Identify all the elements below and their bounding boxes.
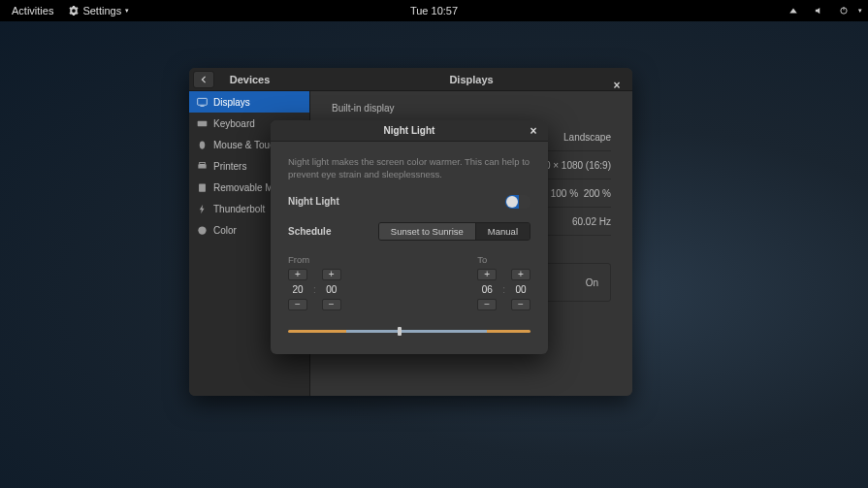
from-min-value: 00 bbox=[326, 282, 337, 297]
slider-handle[interactable] bbox=[398, 327, 402, 336]
sidebar-label: Keyboard bbox=[213, 118, 255, 129]
window-close-button[interactable]: × bbox=[607, 74, 627, 97]
dialog-header: Night Light × bbox=[271, 120, 548, 142]
from-hour-value: 20 bbox=[292, 282, 303, 297]
dialog-description: Night light makes the screen color warme… bbox=[288, 155, 530, 181]
row-value: 60.02 Hz bbox=[572, 216, 611, 227]
from-label: From bbox=[288, 254, 341, 265]
svg-point-5 bbox=[200, 141, 206, 148]
scale-100[interactable]: 100 % bbox=[551, 188, 578, 199]
schedule-segmented-control: Sunset to Sunrise Manual bbox=[378, 222, 530, 241]
schedule-sunset-button[interactable]: Sunset to Sunrise bbox=[379, 223, 475, 240]
from-min-down[interactable]: − bbox=[322, 299, 341, 310]
svg-rect-8 bbox=[199, 183, 206, 191]
settings-icon bbox=[69, 6, 79, 16]
sidebar-item-displays[interactable]: Displays bbox=[189, 91, 309, 113]
sidebar-label: Thunderbolt bbox=[213, 204, 265, 214]
from-min-up[interactable]: + bbox=[322, 269, 341, 280]
to-hour-down[interactable]: − bbox=[477, 299, 497, 310]
app-menu[interactable]: Settings ▾ bbox=[63, 3, 135, 18]
svg-rect-4 bbox=[198, 120, 208, 126]
from-hour-down[interactable]: − bbox=[288, 299, 307, 310]
displays-title: Displays bbox=[449, 74, 493, 85]
svg-rect-7 bbox=[200, 162, 206, 164]
slider-track bbox=[288, 330, 530, 333]
sidebar-label: Printers bbox=[213, 161, 246, 172]
sidebar-label: Displays bbox=[213, 97, 250, 108]
row-value: On bbox=[586, 277, 598, 288]
svg-point-9 bbox=[198, 226, 206, 234]
sidebar-label: Color bbox=[213, 225, 237, 236]
to-min-down[interactable]: − bbox=[511, 299, 530, 310]
power-icon[interactable] bbox=[833, 4, 854, 17]
thunderbolt-icon bbox=[197, 204, 208, 214]
to-min-up[interactable]: + bbox=[511, 269, 530, 280]
nightlight-toggle-label: Night Light bbox=[288, 196, 339, 207]
schedule-label: Schedule bbox=[288, 226, 331, 237]
to-time-group: To + 06 − : + 00 − bbox=[477, 254, 530, 310]
keyboard-icon bbox=[197, 118, 208, 129]
svg-rect-3 bbox=[200, 105, 204, 106]
to-label: To bbox=[477, 254, 530, 265]
nightlight-dialog: Night Light × Night light makes the scre… bbox=[271, 120, 548, 354]
color-icon bbox=[197, 225, 208, 236]
schedule-manual-button[interactable]: Manual bbox=[475, 223, 530, 240]
time-colon: : bbox=[502, 284, 505, 295]
display-name: Built-in display bbox=[332, 103, 611, 114]
volume-icon[interactable] bbox=[808, 4, 829, 17]
back-button[interactable] bbox=[193, 71, 214, 88]
to-hour-value: 06 bbox=[482, 282, 493, 297]
scale-200[interactable]: 200 % bbox=[584, 188, 611, 199]
nightlight-toggle[interactable] bbox=[505, 195, 530, 209]
printer-icon bbox=[197, 161, 208, 172]
mouse-icon bbox=[197, 140, 208, 150]
dialog-title: Night Light bbox=[384, 125, 435, 136]
activities-button[interactable]: Activities bbox=[6, 3, 59, 18]
chevron-down-icon[interactable]: ▾ bbox=[858, 7, 862, 15]
to-hour-up[interactable]: + bbox=[477, 269, 497, 280]
svg-rect-6 bbox=[198, 164, 206, 168]
svg-rect-1 bbox=[844, 7, 845, 10]
row-value: Landscape bbox=[563, 132, 611, 143]
display-icon bbox=[197, 97, 208, 108]
color-temperature-slider[interactable] bbox=[288, 330, 530, 333]
svg-rect-2 bbox=[198, 98, 208, 105]
to-min-value: 00 bbox=[515, 282, 526, 297]
top-panel: Activities Settings ▾ Tue 10:57 ▾ bbox=[0, 0, 868, 21]
chevron-down-icon: ▾ bbox=[125, 7, 129, 15]
from-hour-up[interactable]: + bbox=[288, 269, 307, 280]
clock[interactable]: Tue 10:57 bbox=[404, 3, 464, 18]
removable-media-icon bbox=[197, 182, 208, 193]
from-time-group: From + 20 − : + 00 − bbox=[288, 254, 341, 310]
time-colon: : bbox=[313, 284, 316, 295]
network-icon[interactable] bbox=[783, 4, 804, 17]
chevron-left-icon bbox=[200, 76, 208, 83]
settings-header: Devices Displays × bbox=[189, 68, 632, 91]
dialog-close-button[interactable]: × bbox=[525, 120, 542, 142]
app-menu-label: Settings bbox=[82, 5, 121, 16]
